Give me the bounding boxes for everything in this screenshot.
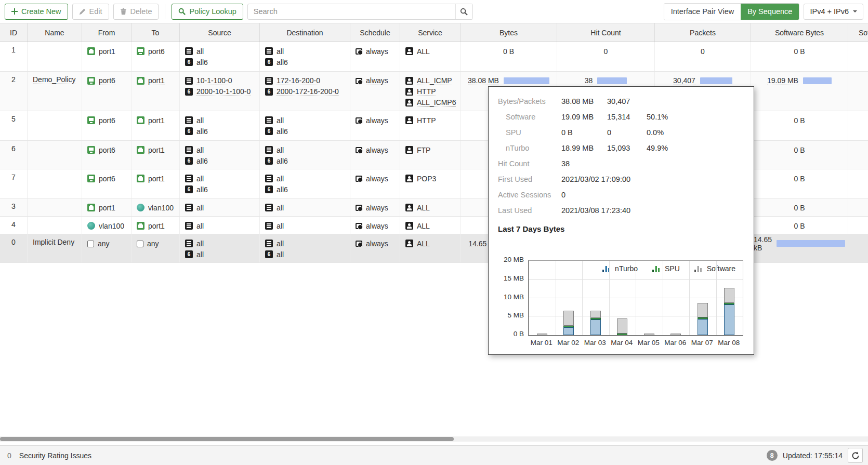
ip-version-dropdown[interactable]: IPv4 + IPv6	[804, 4, 863, 20]
column-header-from[interactable]: From	[82, 23, 131, 42]
search-icon	[178, 8, 186, 15]
column-header-bytes[interactable]: Bytes	[461, 23, 557, 42]
service-icon	[405, 88, 413, 96]
ipv6-icon	[185, 157, 193, 165]
interface-pair-view-button[interactable]: Interface Pair View	[664, 4, 741, 20]
calendar-clock-icon	[356, 78, 362, 84]
column-header-id[interactable]: ID	[0, 23, 28, 42]
column-header-to[interactable]: To	[131, 23, 180, 42]
list-item: FTP	[405, 144, 455, 155]
stacked-bar	[537, 334, 547, 335]
notification-badge[interactable]: 8	[767, 450, 778, 461]
calendar-clock-icon	[356, 241, 362, 247]
cell-label: ALL	[417, 204, 430, 212]
calendar-clock-icon	[356, 147, 362, 153]
list-item: ALL	[405, 202, 455, 213]
gridline	[609, 261, 610, 335]
interface-address-cell: always	[350, 111, 400, 140]
column-header-destination[interactable]: Destination	[260, 23, 350, 42]
interface-address-cell: vlan100	[82, 217, 131, 234]
eth-port-icon	[137, 116, 144, 124]
security-rating-label[interactable]: Security Rating Issues	[19, 451, 91, 460]
subnet-icon	[185, 146, 193, 154]
any-icon	[137, 241, 143, 247]
interface-address-cell: allall6	[260, 141, 350, 169]
policy-name-cell	[28, 198, 82, 216]
list-item: all6	[265, 126, 345, 137]
interface-address-cell: port6	[131, 42, 180, 71]
subnet-icon	[265, 204, 273, 211]
column-header-service[interactable]: Service	[400, 23, 461, 42]
interface-address-cell: port1	[82, 42, 131, 71]
cell-label: all	[196, 47, 204, 56]
stat-value: 2021/03/02 17:09:00	[561, 171, 607, 187]
edit-button[interactable]: Edit	[72, 4, 109, 20]
legend-item-spu: SPU	[652, 264, 680, 273]
policy-name-cell: Demo_Policy	[28, 72, 82, 111]
cell-label: all	[277, 146, 284, 154]
cell-label: HTTP	[417, 87, 436, 96]
list-item: all6	[185, 126, 254, 137]
interface-address-cell: allall6	[180, 141, 260, 169]
list-item: all6	[265, 155, 345, 166]
stat-value: 0	[607, 125, 647, 140]
list-item: ALL_ICMP	[405, 75, 455, 86]
horizontal-scrollbar[interactable]	[0, 436, 868, 442]
cell-label: port6	[99, 116, 115, 125]
service-icon	[405, 116, 413, 124]
bar-segment-nturbo	[590, 320, 601, 335]
cell-label: 2000-10-1-100-0	[196, 87, 251, 96]
stat-value	[607, 187, 647, 203]
refresh-button[interactable]	[848, 448, 863, 463]
column-header-hit-count[interactable]: Hit Count	[557, 23, 655, 42]
metric-cell-software-bytes: 0 B	[751, 169, 848, 198]
search-button[interactable]	[455, 4, 472, 19]
usage-bar	[700, 77, 732, 84]
metric-value: 30,407	[673, 76, 695, 85]
stat-value: 0 B	[561, 125, 607, 140]
calendar-clock-icon	[356, 117, 362, 124]
interface-address-cell: HTTP	[400, 111, 461, 140]
cell-label: always	[366, 240, 388, 248]
list-item: port6	[137, 46, 174, 57]
metric-value: 0	[604, 47, 608, 56]
cell-label: port6	[148, 47, 165, 56]
table-row[interactable]: 1port1port6allall6allall6alwaysALL0 B000…	[0, 42, 868, 72]
interface-address-cell: allall6	[260, 169, 350, 198]
cell-label: vlan100	[148, 204, 174, 212]
search-input[interactable]	[248, 4, 455, 19]
subnet-icon	[265, 116, 273, 124]
column-header-software-packets[interactable]: Software Packets	[848, 23, 868, 42]
column-header-packets[interactable]: Packets	[655, 23, 751, 42]
stat-value: 15,314	[607, 109, 647, 125]
delete-button[interactable]: Delete	[113, 4, 159, 20]
column-header-source[interactable]: Source	[180, 23, 260, 42]
ipv6-icon	[185, 127, 193, 135]
bar-chart-icon	[694, 265, 702, 272]
list-item: all	[265, 220, 345, 231]
list-item: all	[185, 46, 254, 57]
metric-cell-software-bytes: 0 B	[751, 198, 848, 216]
ipv6-icon	[265, 58, 273, 66]
policy-id-cell: 2	[0, 72, 28, 111]
service-icon	[405, 240, 413, 247]
by-sequence-button[interactable]: By Sequence	[741, 4, 799, 20]
bar-segment-software	[590, 311, 601, 318]
create-new-button[interactable]: Create New	[5, 4, 68, 20]
gridline	[689, 261, 690, 335]
x-tick-label: Mar 06	[662, 339, 689, 347]
cell-label: all	[277, 204, 284, 212]
usage-bar	[504, 77, 549, 84]
list-item: all	[185, 238, 254, 249]
eth-port-icon	[87, 47, 95, 55]
scrollbar-thumb[interactable]	[0, 437, 454, 441]
column-header-software-bytes[interactable]: Software Bytes	[751, 23, 848, 42]
column-header-name[interactable]: Name	[28, 23, 82, 42]
column-header-schedule[interactable]: Schedule	[350, 23, 400, 42]
eth-port-icon	[137, 77, 144, 85]
eth-port-icon	[137, 146, 144, 154]
policy-lookup-button[interactable]: Policy Lookup	[172, 4, 243, 20]
ipv6-icon	[185, 88, 193, 96]
interface-address-cell: always	[350, 141, 400, 169]
metric-cell-software-bytes: 19.09 MB	[751, 72, 848, 111]
